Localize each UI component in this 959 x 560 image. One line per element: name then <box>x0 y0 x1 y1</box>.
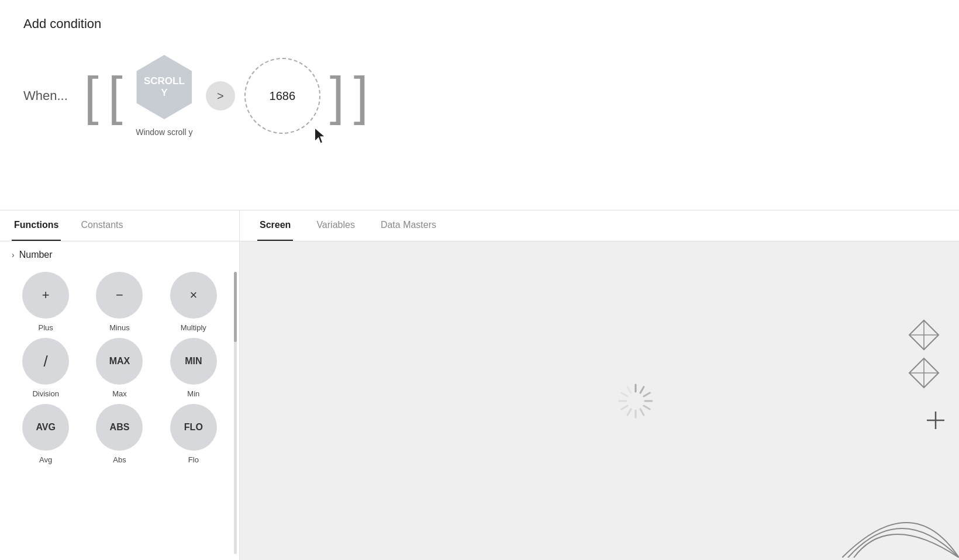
max-label: Max <box>112 389 127 398</box>
left-tabs-row: Functions Constants <box>0 210 239 241</box>
minus-label: Minus <box>109 323 130 332</box>
flo-label: Flo <box>188 455 199 464</box>
abs-label: Abs <box>113 455 126 464</box>
flo-circle[interactable]: FLO <box>170 404 217 451</box>
function-plus[interactable]: + Plus <box>12 272 80 332</box>
right-tabs-row: Screen Variables Data Masters <box>240 210 959 241</box>
avg-label: Avg <box>39 455 52 464</box>
crosshair-decoration <box>927 412 944 431</box>
avg-circle[interactable]: AVG <box>22 404 69 451</box>
cursor-icon <box>313 127 329 146</box>
plus-label: Plus <box>39 323 53 332</box>
svg-line-8 <box>621 406 627 409</box>
inner-bracket-right: ] <box>330 58 344 134</box>
svg-line-1 <box>640 386 644 392</box>
scroll-y-hexagon[interactable]: SCROLLY <box>132 55 196 119</box>
when-label: When... <box>23 88 68 103</box>
loading-spinner <box>612 378 659 424</box>
comparison-arrow-button[interactable]: > <box>206 81 235 110</box>
functions-grid: + Plus − Minus × Multiply / Division MAX <box>12 272 227 464</box>
right-panel: Screen Variables Data Masters <box>240 210 959 560</box>
plus-circle[interactable]: + <box>22 272 69 319</box>
left-panel: Functions Constants › Number + Plus − Mi… <box>0 210 240 560</box>
svg-line-10 <box>621 393 627 396</box>
category-row: › Number <box>0 241 239 266</box>
min-label: Min <box>187 389 199 398</box>
arrow-icon: > <box>217 89 224 103</box>
outer-bracket-left: [ <box>84 58 99 134</box>
min-circle[interactable]: MIN <box>170 338 217 385</box>
hexagon-wrapper: SCROLLY Window scroll y <box>132 55 196 137</box>
function-minus[interactable]: − Minus <box>85 272 153 332</box>
function-min[interactable]: MIN Min <box>160 338 227 398</box>
function-max[interactable]: MAX Max <box>85 338 153 398</box>
function-avg[interactable]: AVG Avg <box>12 404 80 464</box>
page-title: Add condition <box>23 16 936 32</box>
abs-circle[interactable]: ABS <box>96 404 143 451</box>
top-section: Add condition When... [ [ SCROLLY Window… <box>0 0 959 210</box>
division-label: Division <box>32 389 59 398</box>
right-content <box>240 241 959 560</box>
value-circle[interactable]: 1686 <box>244 58 320 134</box>
max-circle[interactable]: MAX <box>96 338 143 385</box>
functions-scroll[interactable]: + Plus − Minus × Multiply / Division MAX <box>0 266 239 560</box>
hexagon-subtitle: Window scroll y <box>136 127 192 137</box>
bracket-container: [ [ SCROLLY Window scroll y > 1686 <box>84 55 368 137</box>
tab-data-masters[interactable]: Data Masters <box>378 210 439 241</box>
category-label: Number <box>19 250 53 260</box>
multiply-circle[interactable]: × <box>170 272 217 319</box>
condition-row: When... [ [ SCROLLY Window scroll y > <box>23 55 936 137</box>
scroll-track <box>234 272 237 554</box>
function-flo[interactable]: FLO Flo <box>160 404 227 464</box>
tab-screen[interactable]: Screen <box>257 210 293 241</box>
bracket-inner: SCROLLY Window scroll y > 1686 <box>132 55 320 137</box>
tab-functions[interactable]: Functions <box>12 210 61 241</box>
arc-decoration <box>842 464 959 560</box>
svg-line-11 <box>627 386 631 392</box>
scroll-thumb[interactable] <box>234 272 237 342</box>
inner-bracket-left: [ <box>108 58 123 134</box>
tab-variables[interactable]: Variables <box>314 210 357 241</box>
bottom-section: Functions Constants › Number + Plus − Mi… <box>0 210 959 560</box>
function-abs[interactable]: ABS Abs <box>85 404 153 464</box>
value-circle-wrapper: 1686 <box>244 58 320 134</box>
chevron-right-icon[interactable]: › <box>12 250 15 260</box>
division-circle[interactable]: / <box>22 338 69 385</box>
condition-value: 1686 <box>270 89 296 103</box>
outer-bracket-right: ] <box>354 58 368 134</box>
function-division[interactable]: / Division <box>12 338 80 398</box>
hexagon-label: SCROLLY <box>144 75 185 99</box>
minus-circle[interactable]: − <box>96 272 143 319</box>
tab-constants[interactable]: Constants <box>78 210 125 241</box>
svg-line-2 <box>643 393 649 396</box>
diamond-decorations <box>906 317 941 402</box>
svg-line-7 <box>627 409 631 414</box>
svg-line-5 <box>640 409 644 414</box>
function-multiply[interactable]: × Multiply <box>160 272 227 332</box>
svg-line-4 <box>643 406 649 409</box>
multiply-label: Multiply <box>181 323 206 332</box>
